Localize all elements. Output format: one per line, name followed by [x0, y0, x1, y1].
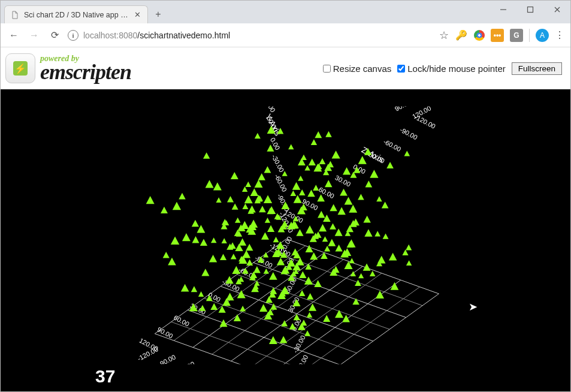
resize-canvas-checkbox[interactable] [323, 65, 331, 73]
brand-text: emscripten [40, 62, 131, 82]
lock-hide-pointer-label[interactable]: Lock/hide mouse pointer [397, 64, 505, 74]
svg-text:-30.00: -30.00 [291, 334, 306, 354]
chart-3d-surface[interactable]: -120.00-90.00-60.00-30.000.0030.0060.009… [130, 106, 442, 364]
profile-avatar[interactable]: A [536, 29, 549, 42]
bolt-icon: ⚡ [13, 61, 28, 76]
extension-g-icon[interactable]: G [510, 29, 523, 42]
svg-text:-90.00: -90.00 [398, 126, 418, 141]
browser-window: Sci chart 2D / 3D Native app sam ✕ + ← →… [0, 0, 571, 392]
emscripten-header: ⚡ powered by emscripten Resize canvas Lo… [1, 47, 570, 89]
site-info-icon[interactable]: i [68, 30, 78, 41]
window-controls [490, 1, 570, 19]
extension-key-icon[interactable]: 🔑 [455, 29, 468, 42]
emscripten-controls: Resize canvas Lock/hide mouse pointer Fu… [323, 62, 562, 75]
canvas-stage-wrapper: -120.00-90.00-60.00-30.000.0030.0060.009… [1, 89, 570, 391]
maximize-button[interactable] [516, 1, 543, 19]
tab-title: Sci chart 2D / 3D Native app sam [24, 11, 128, 19]
svg-line-17 [188, 310, 340, 364]
svg-text:-60.00: -60.00 [382, 138, 402, 153]
bookmark-star-icon[interactable]: ☆ [439, 29, 449, 42]
svg-text:90.00: 90.00 [393, 106, 411, 112]
emscripten-logo: ⚡ powered by emscripten [5, 53, 131, 83]
fullscreen-button[interactable]: Fullscreen [512, 62, 562, 75]
titlebar: Sci chart 2D / 3D Native app sam ✕ + [1, 1, 570, 23]
forward-button[interactable]: → [27, 28, 41, 43]
page-content: ⚡ powered by emscripten Resize canvas Lo… [1, 47, 570, 391]
resize-canvas-label[interactable]: Resize canvas [323, 64, 392, 74]
svg-text:30.00: 30.00 [334, 174, 352, 188]
minimize-button[interactable] [490, 1, 516, 19]
url-text: localhost:8080/scichartnativedemo.html [83, 31, 230, 40]
emscripten-wordmark: powered by emscripten [40, 55, 131, 82]
close-window-button[interactable] [543, 1, 570, 19]
tab-strip: Sci chart 2D / 3D Native app sam ✕ + [1, 1, 166, 23]
extension-orange-icon[interactable]: ••• [491, 29, 504, 42]
tab-close-icon[interactable]: ✕ [133, 11, 141, 19]
svg-text:-30.00: -30.00 [270, 153, 285, 173]
address-bar: ← → ⟳ i localhost:8080/scichartnativedem… [1, 23, 570, 47]
emscripten-badge-icon: ⚡ [5, 53, 35, 83]
extension-chrome-icon[interactable] [474, 30, 485, 41]
svg-text:-90.00: -90.00 [156, 353, 176, 364]
menu-kebab-icon[interactable]: ⋮ [555, 29, 564, 41]
svg-text:-120.00: -120.00 [413, 113, 437, 130]
url-field[interactable]: i localhost:8080/scichartnativedemo.html [68, 30, 433, 41]
new-tab-button[interactable]: + [150, 7, 166, 22]
webgl-canvas[interactable]: -120.00-90.00-60.00-30.000.0030.0060.009… [94, 89, 478, 391]
cursor-icon: ➤ [469, 300, 478, 313]
svg-rect-1 [527, 7, 533, 13]
tab-active[interactable]: Sci chart 2D / 3D Native app sam ✕ [4, 5, 148, 23]
svg-line-15 [204, 298, 357, 352]
lock-hide-pointer-checkbox[interactable] [397, 65, 405, 73]
generic-page-icon [11, 11, 19, 19]
svg-text:60.00: 60.00 [262, 106, 277, 113]
back-button[interactable]: ← [7, 28, 21, 43]
svg-text:-90.00: -90.00 [276, 192, 291, 212]
toolbar-divider [529, 29, 530, 42]
reload-button[interactable]: ⟳ [47, 28, 62, 43]
fps-counter: 37 [95, 366, 115, 387]
svg-text:-60.00: -60.00 [176, 360, 195, 364]
